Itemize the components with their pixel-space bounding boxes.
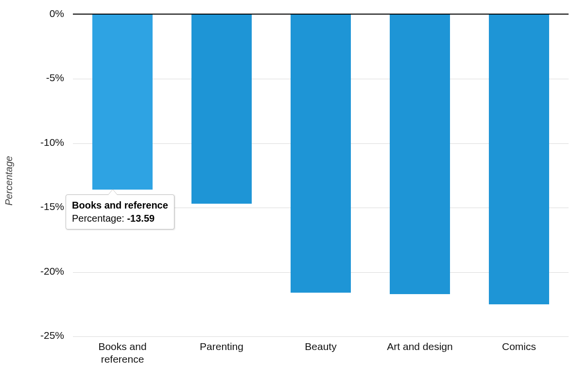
bar-slot — [73, 15, 172, 335]
y-tick-label: -15% — [0, 201, 64, 212]
bar[interactable] — [191, 15, 252, 204]
y-tick-label: -20% — [0, 265, 64, 277]
plot-area — [73, 14, 569, 335]
x-axis-labels: Books and referenceParentingBeautyArt an… — [73, 340, 569, 366]
y-tick-label: -10% — [0, 137, 64, 148]
x-tick-label: Parenting — [172, 340, 271, 366]
tooltip-pointer — [108, 190, 118, 195]
y-axis-title: Percentage — [3, 156, 15, 206]
bar[interactable] — [92, 15, 153, 190]
tooltip-title: Books and reference — [72, 199, 168, 212]
bar-chart: Percentage 0%-5%-10%-15%-20%-25% Books a… — [0, 0, 588, 386]
bar-slot — [370, 15, 469, 335]
bar[interactable] — [291, 15, 351, 293]
bar[interactable] — [390, 15, 450, 294]
bar[interactable] — [489, 15, 549, 304]
y-tick-label: 0% — [0, 8, 64, 19]
tooltip: Books and reference Percentage: -13.59 — [66, 194, 174, 229]
bar-slot — [172, 15, 271, 335]
y-tick-label: -25% — [0, 330, 64, 341]
tooltip-series-label: Percentage: — [72, 213, 124, 224]
y-tick-label: -5% — [0, 72, 64, 84]
gridline — [73, 336, 569, 337]
x-tick-label: Books and reference — [73, 340, 172, 366]
bar-slot — [469, 15, 569, 335]
x-tick-label: Beauty — [271, 340, 370, 366]
x-tick-label: Comics — [469, 340, 569, 366]
bar-slot — [271, 15, 370, 335]
bars-group — [73, 15, 569, 335]
tooltip-value: -13.59 — [127, 213, 155, 224]
x-tick-label: Art and design — [370, 340, 469, 366]
